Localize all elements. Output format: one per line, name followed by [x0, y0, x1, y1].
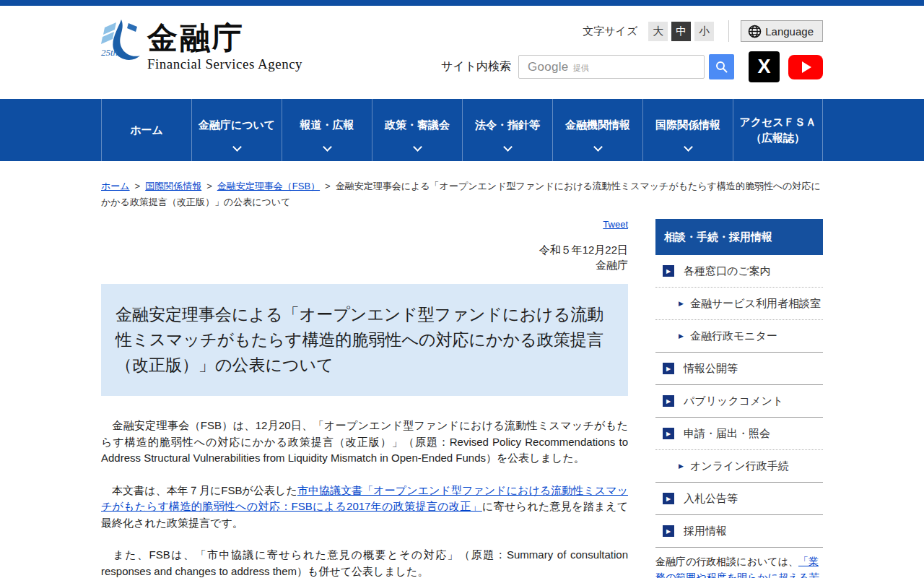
article-paragraph-2: 本文書は、本年７月にFSBが公表した市中協議文書「オープンエンド型ファンドにおけ… — [101, 483, 628, 532]
chevron-down-icon — [323, 142, 332, 152]
font-size-label: 文字サイズ — [583, 25, 637, 38]
sidebar-header: 相談・手続・採用情報 — [655, 219, 823, 255]
paragraph-2-text: 本文書は、本年７月にFSBが公表した — [101, 484, 297, 496]
nav-item-home[interactable]: ホーム — [101, 99, 191, 161]
header-search-row: サイト内検索 Google 提供 X — [441, 51, 823, 82]
nav-item-laws-guidelines[interactable]: 法令・指針等 — [462, 99, 552, 161]
sidebar-item-contact-points[interactable]: ▶ 各種窓口のご案内 — [655, 255, 823, 287]
font-size-small-button[interactable]: 小 — [694, 22, 714, 41]
sidebar-item-information-disclosure[interactable]: ▶ 情報公開等 — [655, 352, 823, 384]
language-button-label: Language — [765, 25, 814, 38]
chevron-down-icon — [593, 142, 603, 152]
header-divider — [728, 20, 729, 42]
font-size-medium-button[interactable]: 中 — [671, 22, 691, 41]
article-paragraph-1: 金融安定理事会（FSB）は、12月20日、「オープンエンド型ファンドにおける流動… — [101, 418, 628, 467]
sidebar: 相談・手続・採用情報 ▶ 各種窓口のご案内 ▶ 金融サービス利用者相談室 ▶ 金… — [655, 219, 823, 578]
tweet-link[interactable]: Tweet — [603, 219, 628, 230]
site-search-label: サイト内検索 — [441, 59, 511, 74]
chevron-down-icon — [684, 142, 693, 152]
fsa-logo-mark-icon: 25th — [100, 17, 144, 62]
globe-icon — [748, 25, 762, 38]
breadcrumb-separator: > — [325, 181, 331, 191]
arrow-right-icon: ▶ — [663, 363, 674, 374]
sidebar-item-applications-notifications[interactable]: ▶ 申請・届出・照会 — [655, 417, 823, 449]
publish-date: 令和５年12月22日 — [101, 242, 628, 257]
search-input[interactable]: Google 提供 — [518, 55, 705, 79]
x-social-button[interactable]: X — [749, 51, 780, 82]
youtube-icon — [802, 61, 811, 73]
chevron-down-icon — [503, 142, 513, 152]
youtube-social-button[interactable] — [788, 55, 823, 79]
global-nav: ホーム 金融庁について 報道・広報 政策・審議会 法令・指針等 金融機関情報 国… — [0, 99, 924, 161]
language-button[interactable]: Language — [741, 20, 823, 42]
breadcrumb-link-fsb[interactable]: 金融安定理事会（FSB） — [217, 181, 320, 191]
google-provided-label: 提供 — [573, 60, 589, 74]
page-title: 金融安定理事会による「オープンエンド型ファンドにおける流動性ミスマッチがもたらす… — [101, 284, 628, 396]
sidebar-note-text: 金融庁の行政相談においては、 — [655, 556, 798, 567]
logo-25th-text: 25th — [101, 47, 118, 58]
arrow-right-icon: ▶ — [663, 525, 674, 537]
arrow-right-icon: ▶ — [663, 265, 674, 277]
sidebar-note: 金融庁の行政相談においては、「業務の範囲や程度を明らかに超える苦情相談」への対応… — [655, 554, 823, 578]
arrow-right-icon: ▶ — [679, 300, 684, 307]
fsa-logo[interactable]: 25th 金融庁 Financial Services Agency — [100, 17, 302, 72]
google-branding: Google — [528, 60, 569, 74]
breadcrumb-separator: > — [135, 181, 141, 191]
site-header: 25th 金融庁 Financial Services Agency 文字サイズ… — [0, 6, 924, 99]
breadcrumb-link-home[interactable]: ホーム — [101, 181, 130, 191]
sidebar-item-recruitment[interactable]: ▶ 採用情報 — [655, 514, 823, 547]
chevron-down-icon — [232, 142, 242, 152]
nav-item-policy-councils[interactable]: 政策・審議会 — [372, 99, 462, 161]
breadcrumb: ホーム>国際関係情報>金融安定理事会（FSB）>金融安定理事会による「オープンエ… — [101, 178, 823, 210]
sidebar-item-user-consultation-office[interactable]: ▶ 金融サービス利用者相談室 — [655, 287, 823, 319]
nav-item-access-fsa[interactable]: アクセスＦＳＡ （広報誌） — [733, 99, 823, 161]
publisher: 金融庁 — [101, 257, 628, 272]
nav-item-financial-institutions[interactable]: 金融機関情報 — [552, 99, 642, 161]
nav-item-international[interactable]: 国際関係情報 — [642, 99, 733, 161]
arrow-right-icon: ▶ — [679, 332, 684, 340]
arrow-right-icon: ▶ — [663, 395, 674, 407]
breadcrumb-link-international[interactable]: 国際関係情報 — [145, 181, 201, 191]
arrow-right-icon: ▶ — [663, 493, 674, 504]
top-accent-strip — [0, 0, 924, 6]
logo-kanji: 金融庁 — [147, 17, 302, 59]
sidebar-item-online-procedures[interactable]: ▶ オンライン行政手続 — [655, 449, 823, 482]
header-utility-row: 文字サイズ 大 中 小 Language — [583, 20, 823, 42]
article-paragraph-3: また、FSBは、「市中協議に寄せられた意見の概要とその対応」（原題：Summar… — [101, 547, 628, 578]
arrow-right-icon: ▶ — [679, 462, 684, 470]
sidebar-item-bid-announcements[interactable]: ▶ 入札公告等 — [655, 482, 823, 514]
article-main: Tweet 令和５年12月22日 金融庁 金融安定理事会による「オープンエンド型… — [101, 219, 628, 578]
arrow-right-icon: ▶ — [663, 428, 674, 439]
breadcrumb-separator: > — [206, 181, 212, 191]
font-size-large-button[interactable]: 大 — [648, 22, 668, 41]
logo-english: Financial Services Agency — [147, 56, 302, 72]
search-icon — [715, 61, 728, 73]
sidebar-item-public-comment[interactable]: ▶ パブリックコメント — [655, 384, 823, 417]
chevron-down-icon — [413, 142, 422, 152]
nav-item-press-publicity[interactable]: 報道・広報 — [282, 99, 372, 161]
search-button[interactable] — [709, 54, 734, 79]
x-icon: X — [757, 56, 770, 78]
sidebar-item-administration-monitor[interactable]: ▶ 金融行政モニター — [655, 319, 823, 352]
nav-item-about-fsa[interactable]: 金融庁について — [191, 99, 282, 161]
